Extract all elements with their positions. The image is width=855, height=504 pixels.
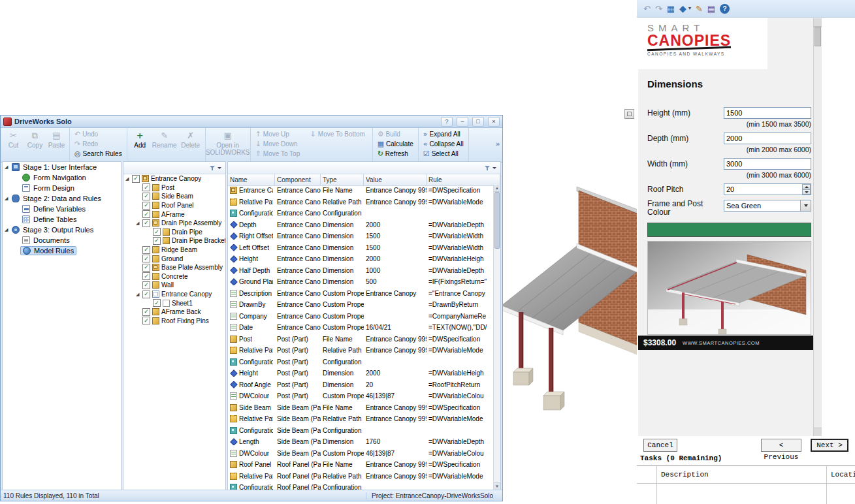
expander-icon[interactable]: ◢ — [5, 165, 12, 170]
scroll-thumb[interactable] — [494, 192, 500, 249]
copy-button[interactable]: ⧉ Copy — [24, 129, 46, 161]
undo-button[interactable]: ↶ Undo — [72, 129, 125, 139]
model-checkbox[interactable]: ✓ — [142, 308, 150, 316]
calculate-button[interactable]: ▦ Calculate — [375, 139, 416, 149]
filter-caret-icon[interactable] — [492, 167, 496, 169]
redo-button[interactable]: ↷ Redo — [72, 139, 125, 149]
publish-icon[interactable]: ◆ — [679, 4, 686, 13]
filter-icon[interactable] — [485, 165, 491, 171]
expander-icon[interactable]: ◢ — [5, 196, 12, 201]
model-checkbox[interactable]: ✓ — [142, 264, 150, 272]
cut-button[interactable]: ✂ Cut — [3, 129, 24, 161]
help-icon[interactable]: ? — [720, 4, 730, 14]
model-tree-item[interactable]: ✓ Roof Fixing Pins — [123, 317, 225, 326]
rule-row[interactable]: Configuration Roof Panel (Part) Configur… — [228, 482, 494, 490]
forward-icon[interactable]: ↷ — [655, 5, 662, 13]
add-button[interactable]: + Add — [129, 129, 151, 161]
maximize-button[interactable]: □ — [472, 117, 484, 127]
toolbar-overflow-button[interactable]: » — [496, 140, 500, 148]
rule-row[interactable]: Length Side Beam (Part) Dimension 1760 =… — [228, 436, 494, 448]
rule-row[interactable]: Side Beam Side Beam (Part) File Name Ent… — [228, 402, 494, 414]
model-tree-item[interactable]: ✓ Concrete — [123, 272, 225, 281]
rule-row[interactable]: Height Entrance Canopy Dimension 2000 =D… — [228, 253, 494, 265]
model-tree-item[interactable]: ✓ Drain Pipe — [123, 228, 225, 237]
rule-row[interactable]: Roof Panel Roof Panel (Part) File Name E… — [228, 459, 494, 471]
rule-row[interactable]: Relative Path Roof Panel (Part) Relative… — [228, 471, 494, 482]
sidebar-item[interactable]: Form Navigation — [3, 172, 121, 183]
column-header-rule[interactable]: Rule — [427, 174, 500, 185]
spin-up-button[interactable] — [802, 184, 811, 189]
move-to-bottom-button[interactable]: ⇓ Move To Bottom — [308, 129, 370, 139]
scroll-up-arrow-icon[interactable]: ▲ — [494, 185, 500, 192]
cancel-button[interactable]: Cancel — [643, 439, 677, 452]
colour-select[interactable]: Sea Green — [724, 200, 811, 212]
model-tree-item[interactable]: ✓ AFrame — [123, 210, 225, 219]
scroll-down-arrow-icon[interactable]: ▼ — [494, 482, 500, 490]
title-bar[interactable]: DriveWorks Solo ? – □ × — [1, 116, 502, 128]
back-icon[interactable]: ↶ — [643, 5, 651, 13]
column-header-name[interactable]: Name — [228, 174, 275, 185]
rule-row[interactable]: Right Offset Entrance Canopy Dimension 1… — [228, 230, 494, 242]
model-checkbox[interactable]: ✓ — [142, 193, 150, 200]
dock-pin-icon[interactable] — [624, 109, 634, 119]
model-checkbox[interactable]: ✓ — [153, 299, 161, 307]
sidebar-item[interactable]: ◢ Stage 1: User Interface — [3, 162, 121, 172]
move-to-top-button[interactable]: ⇑ Move To Top — [253, 149, 308, 159]
model-checkbox[interactable]: ✓ — [142, 281, 150, 289]
collapse-all-button[interactable]: « Collapse All — [421, 139, 466, 149]
scroll-thumb[interactable] — [815, 27, 821, 46]
roof-pitch-input[interactable] — [724, 183, 811, 195]
model-checkbox[interactable]: ✓ — [142, 183, 150, 191]
rule-row[interactable]: Roof Angle Post (Part) Dimension 20 =Roo… — [228, 379, 494, 391]
refresh-button[interactable]: ↻ Refresh — [375, 149, 416, 159]
model-checkbox[interactable]: ✓ — [142, 291, 150, 298]
sidebar-item[interactable]: ◢ Stage 3: Output Rules — [3, 225, 121, 235]
open-in-solidworks-button[interactable]: ▣ Open in SOLIDWORKS — [208, 129, 248, 161]
grid-vertical-scrollbar[interactable]: ▲ ▼ — [493, 185, 500, 490]
rule-row[interactable]: Half Depth Entrance Canopy Dimension 100… — [228, 265, 494, 277]
expander-icon[interactable]: ◢ — [125, 176, 132, 181]
model-tree-item[interactable]: ◢ ✓ Entrance Canopy — [123, 290, 225, 299]
delete-button[interactable]: ✗ Delete — [178, 129, 203, 161]
rule-row[interactable]: Relative Path Post (Part) Relative Path … — [228, 345, 494, 356]
search-rules-button[interactable]: ◎ Search Rules — [72, 149, 125, 159]
expander-icon[interactable]: ◢ — [5, 227, 12, 232]
move-down-button[interactable]: ↓ Move Down — [253, 139, 308, 149]
filter-icon[interactable] — [210, 165, 216, 171]
spin-down-button[interactable] — [802, 189, 811, 195]
model-tree-item[interactable]: ✓ Wall — [123, 281, 225, 290]
expander-icon[interactable]: ◢ — [136, 292, 142, 297]
rule-row[interactable]: Configuration Post (Part) Configuration — [228, 356, 494, 368]
column-header-component[interactable]: Component — [275, 174, 321, 185]
minimize-button[interactable]: – — [457, 117, 468, 127]
sidebar-item[interactable]: Form Design — [3, 183, 121, 193]
scroll-down-arrow-icon[interactable] — [814, 428, 822, 436]
model-checkbox[interactable]: ✓ — [142, 255, 150, 262]
rule-row[interactable]: Description Entrance Canopy Custom Prope… — [228, 288, 494, 300]
expander-icon[interactable]: ◢ — [136, 221, 142, 226]
model-tree-item[interactable]: ✓ AFrame Back — [123, 307, 225, 317]
model-checkbox[interactable]: ✓ — [153, 228, 161, 236]
rule-row[interactable]: Company Entrance Canopy Custom Property … — [228, 311, 494, 323]
model-checkbox[interactable]: ✓ — [142, 246, 150, 254]
rename-button[interactable]: ✎ Rename — [151, 129, 178, 161]
next-button[interactable]: Next > — [811, 439, 848, 452]
build-button[interactable]: ⚙ Build — [375, 129, 416, 139]
model-checkbox[interactable]: ✓ — [132, 175, 140, 183]
dropdown-caret-icon[interactable]: ▾ — [688, 6, 691, 11]
height-input[interactable] — [724, 107, 811, 119]
move-up-button[interactable]: ↑ Move Up — [253, 129, 308, 139]
report-icon[interactable]: ▤ — [707, 5, 715, 13]
save-icon[interactable]: ▦ — [667, 5, 675, 13]
filter-caret-icon[interactable] — [218, 167, 221, 169]
column-header-value[interactable]: Value — [364, 174, 427, 185]
model-checkbox[interactable]: ✓ — [142, 210, 150, 218]
rule-row[interactable]: Entrance Canopy Entrance Canopy File Nam… — [228, 185, 494, 197]
close-button[interactable]: × — [488, 117, 500, 127]
rule-row[interactable]: Date Entrance Canopy Custom Property 16/… — [228, 322, 494, 334]
expand-all-button[interactable]: » Expand All — [421, 129, 466, 139]
select-all-button[interactable]: ☑ Select All — [421, 149, 466, 159]
model-tree-item[interactable]: ✓ Sheet1 — [123, 298, 225, 307]
rule-row[interactable]: DWColour Side Beam (Part) Custom Propert… — [228, 448, 494, 460]
help-button[interactable]: ? — [441, 117, 453, 127]
